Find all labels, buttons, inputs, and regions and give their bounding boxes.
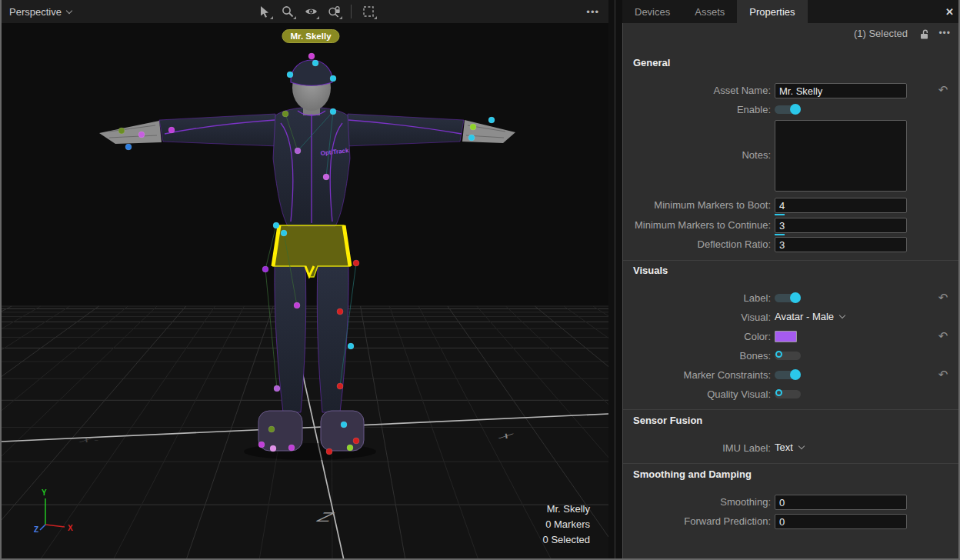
visual-value: Avatar - Male <box>775 311 834 322</box>
avatar-left-hand <box>99 121 162 144</box>
viewport-3d: Perspective <box>2 0 608 558</box>
label-toggle[interactable] <box>775 294 801 302</box>
camera-view-dropdown[interactable]: Perspective <box>2 6 72 18</box>
pane-divider[interactable] <box>608 0 622 558</box>
marker-dot[interactable] <box>274 385 280 392</box>
bones-row: Bones: <box>623 348 960 364</box>
avatar-left-arm <box>159 114 278 146</box>
chevron-down-icon <box>798 443 805 449</box>
marker-dot[interactable] <box>330 108 336 115</box>
undo-icon[interactable]: ↶ <box>935 82 951 98</box>
marker-dot[interactable] <box>330 75 336 82</box>
marker-dot[interactable] <box>294 302 300 308</box>
viewport-menu-button[interactable]: ••• <box>586 0 599 23</box>
notes-textarea[interactable] <box>775 120 907 192</box>
zoom-tool-button[interactable] <box>278 2 297 21</box>
marquee-select-button[interactable] <box>359 2 378 21</box>
min-markers-boot-row: Minimum Markers to Boot: <box>623 198 960 213</box>
marker-dot[interactable] <box>353 260 359 266</box>
avatar-mr-skelly[interactable]: OptiTrack <box>2 23 608 558</box>
close-icon[interactable]: ✕ <box>945 0 954 23</box>
marker-dot[interactable] <box>326 448 332 455</box>
section-title-sensor-fusion: Sensor Fusion <box>633 415 702 426</box>
marker-dot[interactable] <box>470 124 476 130</box>
magnifier-icon <box>282 5 294 18</box>
bones-toggle[interactable] <box>775 352 801 360</box>
color-swatch[interactable] <box>775 331 797 342</box>
marker-dot[interactable] <box>125 144 132 150</box>
zoom-lock-tool-button[interactable] <box>325 2 343 21</box>
marker-dot[interactable] <box>347 445 353 451</box>
marker-dot[interactable] <box>337 308 343 315</box>
avatar-right-arm <box>345 114 464 146</box>
min-markers-continue-row: Minimum Markers to Continue: <box>623 218 960 233</box>
asset-name-label: Asset Name: <box>714 85 771 96</box>
marker-dot[interactable] <box>312 60 318 66</box>
min-markers-continue-label: Minimum Markers to Continue: <box>635 219 771 231</box>
marker-dot[interactable] <box>295 148 301 154</box>
visibility-tool-button[interactable] <box>302 2 320 21</box>
panel-menu-button[interactable]: ••• <box>938 28 951 38</box>
undo-icon[interactable]: ↶ <box>935 367 951 382</box>
marker-dot[interactable] <box>262 266 268 272</box>
enable-row: Enable: <box>623 102 960 118</box>
tab-devices[interactable]: Devices <box>622 0 682 23</box>
section-title-smoothing: Smoothing and Damping <box>633 468 752 480</box>
tab-properties[interactable]: Properties <box>737 0 807 23</box>
undo-icon[interactable]: ↶ <box>935 290 951 305</box>
marker-dot[interactable] <box>282 111 288 117</box>
zoom-lock-icon <box>328 5 341 18</box>
marker-constraints-toggle[interactable] <box>775 371 801 379</box>
marker-dot[interactable] <box>468 135 475 141</box>
marker-dot[interactable] <box>138 132 145 138</box>
marker-constraints-row: Marker Constraints: ↶ <box>623 368 960 383</box>
enable-toggle[interactable] <box>775 105 801 114</box>
marker-dot[interactable] <box>288 445 295 451</box>
marker-dot[interactable] <box>270 445 276 452</box>
marker-dot[interactable] <box>268 426 275 432</box>
color-row: Color: ↶ <box>623 329 960 345</box>
min-markers-boot-input[interactable] <box>775 198 907 213</box>
deflection-ratio-input[interactable] <box>775 237 907 252</box>
forward-prediction-input[interactable] <box>775 514 907 529</box>
visual-dropdown[interactable]: Avatar - Male <box>775 311 845 322</box>
selection-header: (1) Selected ••• <box>623 23 960 45</box>
marker-dot[interactable] <box>308 53 315 59</box>
marker-dot[interactable] <box>488 117 495 123</box>
unlock-icon[interactable] <box>919 28 929 42</box>
marker-dot[interactable] <box>258 442 265 448</box>
undo-icon[interactable]: ↶ <box>935 328 951 344</box>
marker-constraints-label: Marker Constraints: <box>684 369 771 381</box>
deflection-ratio-label: Deflection Ratio: <box>698 238 771 250</box>
marker-dot[interactable] <box>341 422 347 428</box>
smoothing-label: Smoothing: <box>720 496 771 508</box>
viewport-toolbar: Perspective <box>2 0 608 23</box>
viewport-canvas[interactable]: Z X X - Y X Z <box>2 23 608 558</box>
selection-stats: Mr. Skelly 0 Markers 0 Selected <box>543 502 590 548</box>
marker-dot[interactable] <box>287 72 293 78</box>
marker-dot[interactable] <box>118 128 125 134</box>
tab-assets[interactable]: Assets <box>682 0 737 23</box>
notes-label: Notes: <box>742 149 771 161</box>
camera-view-label: Perspective <box>9 6 62 18</box>
marker-dot[interactable] <box>323 174 329 180</box>
min-markers-boot-label: Minimum Markers to Boot: <box>654 199 771 211</box>
marker-dot[interactable] <box>348 343 354 349</box>
marker-dot[interactable] <box>353 438 359 444</box>
marker-dot[interactable] <box>168 127 175 133</box>
properties-panel: Devices Assets Properties ✕ (1) Selected… <box>622 0 960 558</box>
asset-name-input[interactable] <box>775 83 907 98</box>
min-markers-continue-input[interactable] <box>775 218 907 233</box>
quality-visual-toggle[interactable] <box>775 390 801 398</box>
marker-dot[interactable] <box>281 230 287 236</box>
imu-label-dropdown[interactable]: Text <box>775 442 804 453</box>
quality-visual-row: Quality Visual: <box>623 387 960 402</box>
visual-row: Visual: Avatar - Male <box>623 310 960 325</box>
marker-dot[interactable] <box>273 222 279 228</box>
smoothing-input[interactable] <box>775 495 907 510</box>
marker-dot[interactable] <box>337 383 343 389</box>
selected-count-label: (1) Selected <box>854 28 908 39</box>
forward-prediction-label: Forward Prediction: <box>684 515 771 527</box>
avatar-left-shoe <box>258 411 302 451</box>
select-tool-button[interactable] <box>255 2 274 21</box>
